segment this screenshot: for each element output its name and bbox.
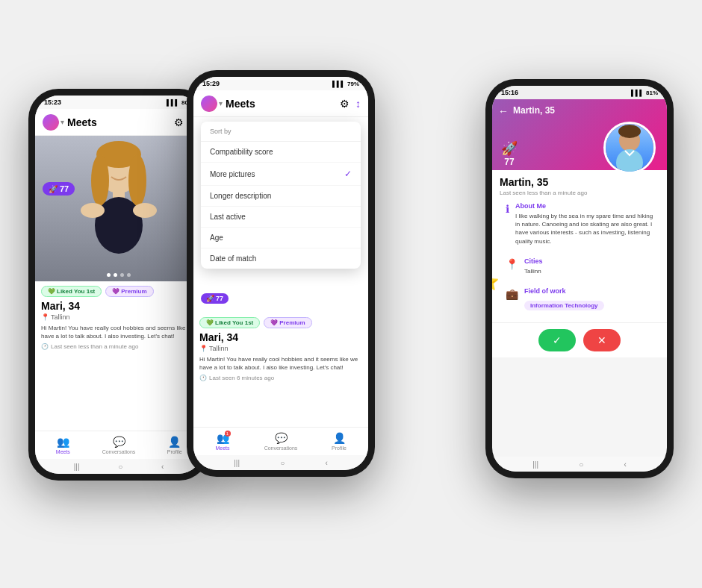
signal-icon-left: ▌▌▌ [167, 99, 179, 106]
svg-point-7 [133, 203, 157, 218]
filter-icon-middle[interactable]: ⚙ [340, 98, 350, 110]
sort-label: Sort by [201, 122, 361, 142]
nav-menu-icon[interactable]: ||| [74, 463, 80, 471]
person-svg-left [66, 140, 171, 281]
clock-icon-middle: 🕐 [199, 375, 207, 381]
field-title: Field of work [524, 287, 653, 295]
like-button[interactable]: ✓ [538, 329, 576, 351]
sort-dropdown: Sort by Compatibility score More picture… [201, 122, 361, 269]
dot-3 [120, 273, 124, 277]
time-right: 15:16 [501, 89, 518, 96]
dot-1 [107, 273, 111, 277]
phone-middle: 15:29 ▌▌▌ 79% ▾ Meets ⚙ ↕ S [187, 70, 375, 477]
profile-icon-middle: 👤 [333, 432, 346, 444]
scene: 15:23 ▌▌▌ 80% ▾ Meets ⚙ ↕ [15, 10, 687, 578]
meets-icon-left: 👥 [57, 436, 69, 448]
pin-icon-left: 📍 [41, 313, 49, 321]
profile-content-right: Martin, 35 Last seen less than a minute … [492, 170, 667, 322]
battery-right: 81% [646, 90, 658, 96]
briefcase-icon-right: 💼 [506, 288, 518, 300]
about-section: ℹ About Me I like walking by the sea in … [500, 202, 659, 251]
sort-icon-middle[interactable]: ↕ [355, 98, 361, 110]
android-nav-middle: ||| ○ ‹ [193, 455, 368, 470]
profile-avatar-right [603, 122, 656, 174]
nav-home-icon-r[interactable]: ○ [579, 460, 583, 469]
profile-title-right: Martin, 35 [513, 105, 555, 116]
time-middle: 15:29 [202, 80, 220, 87]
score-badge-middle: 🚀 77 [201, 293, 229, 304]
header-title-middle: Meets [226, 98, 340, 110]
chat-icon-left: 💬 [113, 436, 125, 448]
nav-meets-left[interactable]: 👥 Meets [35, 431, 91, 459]
app-header-left: ▾ Meets ⚙ ↕ [35, 109, 202, 136]
phone-right: 15:16 ▌▌▌ 81% ← Martin, 35 [485, 79, 674, 478]
rocket-icon-middle: 🚀 [206, 295, 214, 302]
dislike-button[interactable]: ✕ [583, 329, 621, 351]
sort-item-description[interactable]: Longer description [201, 186, 361, 207]
filter-icon-left[interactable]: ⚙ [174, 116, 184, 128]
tag-premium-middle: 💜 Premium [264, 317, 311, 328]
status-bar-middle: 15:29 ▌▌▌ 79% [193, 77, 368, 90]
battery-middle: 79% [347, 81, 359, 87]
android-nav-left: ||| ○ ‹ [35, 459, 202, 474]
header-title-left: Meets [67, 116, 174, 128]
check-icon: ✓ [344, 169, 352, 179]
city-value: Tallinn [524, 267, 653, 275]
nav-back-icon-m[interactable]: ‹ [325, 459, 327, 467]
dot-2 [114, 273, 117, 277]
nav-menu-icon-r[interactable]: ||| [532, 460, 538, 469]
heart-icon-m: 💚 [206, 319, 214, 326]
chevron-down-icon-middle: ▾ [219, 99, 223, 107]
status-icons-middle: ▌▌▌ 79% [332, 81, 359, 87]
nav-meets-middle[interactable]: 👥 1 Meets [193, 428, 252, 455]
profile-location-left: 📍 Tallinn [35, 313, 202, 321]
nav-back-icon[interactable]: ‹ [161, 463, 164, 471]
about-body: About Me I like walking by the sea in my… [515, 202, 653, 251]
android-nav-right: ||| ○ ‹ [492, 457, 667, 472]
signal-icon-middle: ▌▌▌ [332, 81, 345, 87]
notification-badge: 1 [225, 431, 231, 437]
chevron-down-icon-left: ▾ [60, 118, 64, 126]
status-icons-right: ▌▌▌ 81% [631, 90, 658, 96]
nav-conversations-left[interactable]: 💬 Conversations [91, 431, 147, 459]
martin-seen: Last seen less than a minute ago [500, 190, 659, 196]
profile-icon-left: 👤 [168, 436, 181, 448]
nav-conversations-middle[interactable]: 💬 Conversations [252, 428, 310, 455]
dot-4 [127, 273, 131, 277]
tags-row-left: 💚 Liked You 1st 💜 Premium [35, 281, 202, 300]
profile-bio-middle: Hi Martin! You have really cool hobbies … [193, 355, 368, 372]
nav-back-icon-r[interactable]: ‹ [624, 460, 626, 469]
tag-liked-left: 💚 Liked You 1st [41, 286, 102, 297]
time-left: 15:23 [44, 98, 61, 106]
rocket-icon-right: 🚀 [501, 140, 518, 157]
score-badge-right: 🚀 77 [501, 140, 518, 167]
cities-title: Cities [524, 257, 653, 265]
last-seen-left: 🕐 Last seen less than a minute ago [35, 343, 202, 350]
sort-item-match[interactable]: Date of match [201, 248, 361, 269]
nav-home-icon[interactable]: ○ [118, 463, 122, 471]
profile-location-middle: 📍 Tallinn [193, 345, 368, 352]
sort-item-active[interactable]: Last active [201, 207, 361, 228]
app-header-middle: ▾ Meets ⚙ ↕ [193, 90, 368, 117]
martin-name: Martin, 35 [500, 176, 659, 188]
field-body: Field of work Information Technology [524, 287, 653, 310]
signal-icon-right: ▌▌▌ [631, 90, 644, 96]
photo-dots-left [107, 273, 131, 277]
mari-photo-left [35, 136, 202, 281]
about-title: About Me [515, 202, 653, 210]
profile-header-right: ← Martin, 35 [492, 99, 667, 170]
rocket-icon-left: 🚀 [49, 185, 58, 193]
status-bar-right: 15:16 ▌▌▌ 81% [492, 86, 667, 99]
svg-point-3 [128, 154, 146, 207]
sort-item-age[interactable]: Age [201, 228, 361, 248]
back-button[interactable]: ← [498, 105, 509, 117]
sort-item-pictures[interactable]: More pictures ✓ [201, 163, 361, 186]
nav-menu-icon-m[interactable]: ||| [234, 459, 240, 467]
sort-item-compatibility[interactable]: Compatibility score [201, 142, 361, 163]
nav-profile-middle[interactable]: 👤 Profile [310, 428, 368, 455]
nav-home-icon-m[interactable]: ○ [280, 459, 285, 467]
phone-left: 15:23 ▌▌▌ 80% ▾ Meets ⚙ ↕ [28, 89, 209, 481]
svg-point-6 [81, 203, 105, 218]
star-decoration: ⭐ [492, 272, 499, 292]
svg-point-5 [95, 197, 143, 254]
